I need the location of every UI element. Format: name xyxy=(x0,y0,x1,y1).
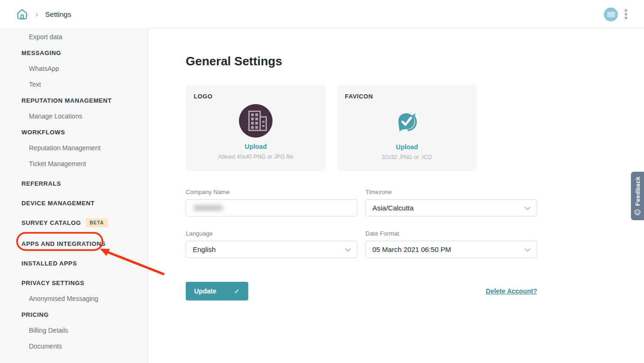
kebab-menu-icon[interactable] xyxy=(624,8,628,20)
home-icon[interactable] xyxy=(16,8,28,21)
chevron-down-icon xyxy=(525,204,531,210)
favicon-card-label: FAVICON xyxy=(345,93,469,100)
sidebar-item-anonymised-messaging[interactable]: Anonymised Messaging xyxy=(0,291,147,307)
company-name-field: Company Name xyxy=(186,188,357,216)
favicon-bird-icon[interactable] xyxy=(395,111,419,136)
timezone-label: Timezone xyxy=(365,188,537,195)
redacted-company-name-value xyxy=(194,205,223,211)
sidebar-item-survey-catalog[interactable]: SURVEY CATALOG BETA xyxy=(0,215,147,230)
sidebar-item-device-management[interactable]: DEVICE MANAGEMENT xyxy=(0,195,147,211)
breadcrumb-separator-icon: › xyxy=(35,10,38,19)
sidebar-item-referrals[interactable]: REFERRALS xyxy=(0,175,147,191)
sidebar-item-ticket-management[interactable]: Ticket Management xyxy=(0,156,147,172)
feedback-tab[interactable]: Feedback xyxy=(631,172,644,220)
logo-upload-hint: Atleast 40x40 PNG or JPG file xyxy=(218,154,293,160)
delete-account-link[interactable]: Delete Account? xyxy=(486,287,537,295)
date-format-field: Date Format 05 March 2021 06:50 PM xyxy=(365,230,537,258)
sidebar-item-export-data[interactable]: Export data xyxy=(0,29,147,45)
company-name-input[interactable] xyxy=(186,199,357,216)
settings-sidebar: Export data MESSAGING WhatsApp Text REPU… xyxy=(0,29,148,363)
smiley-icon xyxy=(634,209,641,216)
sidebar-item-text[interactable]: Text xyxy=(0,77,147,92)
language-field: Language English xyxy=(186,230,357,258)
sidebar-item-privacy-settings[interactable]: PRIVACY SETTINGS xyxy=(0,275,147,291)
company-logo-icon[interactable] xyxy=(239,104,273,140)
language-label: Language xyxy=(186,230,357,237)
update-button-label: Update xyxy=(194,287,216,295)
timezone-select[interactable]: Asia/Calcutta xyxy=(365,199,537,216)
breadcrumb-current[interactable]: Settings xyxy=(45,10,71,19)
sidebar-item-pricing[interactable]: PRICING xyxy=(0,307,147,322)
update-button[interactable]: Update ✓ xyxy=(186,282,248,300)
date-format-select[interactable]: 05 March 2021 06:50 PM xyxy=(365,241,537,258)
favicon-upload-card: FAVICON Upload 32x32 .PNG or .ICO xyxy=(337,84,477,171)
favicon-upload-button[interactable]: Upload xyxy=(396,143,418,151)
chevron-down-icon xyxy=(345,246,351,252)
timezone-value: Asia/Calcutta xyxy=(372,204,413,212)
main-content: General Settings LOGO xyxy=(148,29,644,363)
sidebar-item-apps-and-integrations[interactable]: APPS AND INTEGRATIONS xyxy=(0,236,147,251)
sidebar-item-workflow-reputation[interactable]: Reputation Management xyxy=(0,140,147,156)
page-title: General Settings xyxy=(186,54,644,69)
check-icon: ✓ xyxy=(234,287,240,295)
feedback-tab-label: Feedback xyxy=(634,176,641,206)
language-value: English xyxy=(193,245,216,253)
date-format-value: 05 March 2021 06:50 PM xyxy=(372,245,451,253)
language-select[interactable]: English xyxy=(186,241,357,258)
timezone-field: Timezone Asia/Calcutta xyxy=(365,188,537,216)
sidebar-item-manage-locations[interactable]: Manage Locations xyxy=(0,108,147,124)
logo-upload-card: LOGO xyxy=(186,84,326,171)
sidebar-item-installed-apps[interactable]: INSTALLED APPS xyxy=(0,255,147,271)
logo-upload-button[interactable]: Upload xyxy=(245,143,266,150)
date-format-label: Date Format xyxy=(365,230,537,237)
sidebar-item-billing-details[interactable]: Billing Details xyxy=(0,322,147,338)
sidebar-item-whatsapp[interactable]: WhatsApp xyxy=(0,61,147,77)
avatar-logo xyxy=(607,12,615,17)
sidebar-item-reputation-management[interactable]: REPUTATION MANAGEMENT xyxy=(0,92,147,108)
chevron-down-icon xyxy=(525,246,531,252)
company-name-label: Company Name xyxy=(186,188,357,195)
sidebar-item-documents[interactable]: Documents xyxy=(0,338,147,354)
topbar: › Settings xyxy=(0,0,644,29)
logo-card-label: LOGO xyxy=(194,93,318,100)
sidebar-item-workflows[interactable]: WORKFLOWS xyxy=(0,124,147,140)
sidebar-item-messaging[interactable]: MESSAGING xyxy=(0,45,147,61)
avatar[interactable] xyxy=(604,7,618,21)
favicon-upload-hint: 32x32 .PNG or .ICO xyxy=(382,154,432,161)
beta-badge: BETA xyxy=(86,218,107,227)
